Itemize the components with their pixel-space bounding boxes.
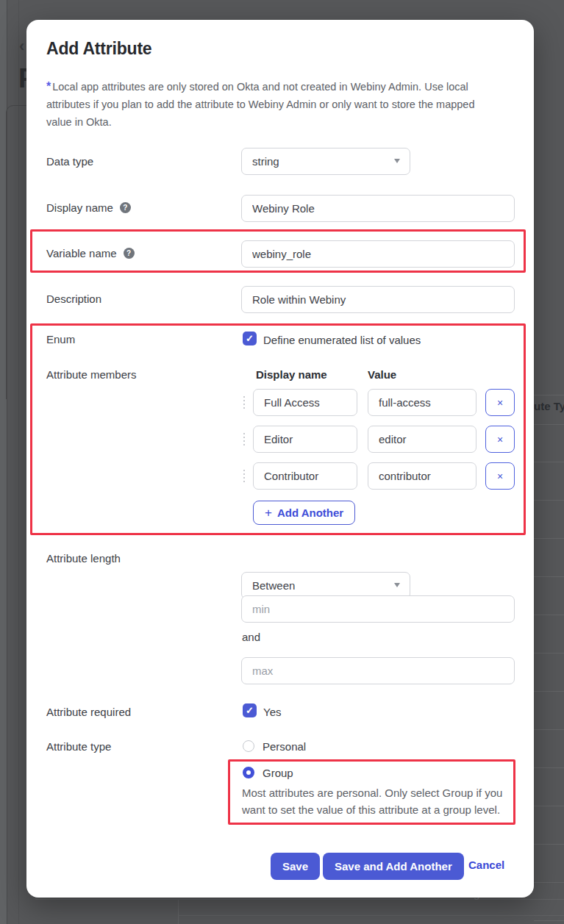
plus-icon: + (265, 506, 272, 520)
attribute-required-checkbox-label: Yes (263, 706, 281, 718)
member-value-input[interactable] (368, 426, 476, 453)
back-arrow-icon: ‹ (19, 37, 24, 56)
description-input[interactable] (241, 286, 515, 313)
add-another-member-button[interactable]: + Add Another (253, 501, 355, 525)
attribute-members-label: Attribute members (46, 368, 137, 381)
close-icon: × (497, 470, 503, 482)
note-text: Local app attributes are only stored on … (46, 81, 475, 128)
save-button[interactable]: Save (271, 853, 320, 880)
background-card-corner (6, 105, 28, 399)
add-attribute-dialog: Add Attribute *Local app attributes are … (26, 20, 534, 898)
background-column-line (178, 899, 179, 924)
background-column-header-partial: ute Typ (534, 400, 564, 412)
display-name-label: Display name ? (46, 201, 131, 214)
data-type-label: Data type (46, 155, 93, 168)
data-type-value: string (252, 155, 279, 168)
data-type-select[interactable]: string (241, 148, 410, 175)
max-length-input[interactable] (241, 657, 515, 684)
check-icon: ✓ (246, 333, 254, 344)
attribute-required-label: Attribute required (46, 706, 131, 718)
member-display-name-input[interactable] (253, 426, 357, 453)
attribute-type-label: Attribute type (46, 740, 111, 753)
member-value-input[interactable] (368, 462, 476, 490)
chevron-down-icon (394, 159, 400, 163)
enum-checkbox[interactable]: ✓ (243, 332, 257, 345)
group-radio[interactable] (243, 767, 254, 778)
enum-checkbox-label: Define enumerated list of values (263, 334, 421, 346)
asterisk-icon: * (46, 80, 51, 93)
remove-member-button[interactable]: × (485, 462, 515, 490)
chevron-down-icon (394, 583, 400, 587)
drag-handle[interactable] (243, 470, 245, 471)
group-radio-help-text: Most attributes are personal. Only selec… (242, 784, 523, 818)
close-icon: × (497, 397, 503, 409)
attribute-length-label: Attribute length (46, 552, 121, 565)
close-icon: × (497, 434, 503, 445)
background-table-strip: ute Typ (534, 0, 564, 924)
display-name-input[interactable] (241, 195, 515, 222)
background-row-line (35, 899, 564, 900)
help-icon[interactable]: ? (120, 202, 131, 213)
drag-handle[interactable] (243, 433, 245, 434)
group-radio-label: Group (263, 767, 293, 779)
members-column-value: Value (368, 368, 396, 381)
member-value-input[interactable] (368, 389, 476, 416)
save-and-add-another-button[interactable]: Save and Add Another (323, 853, 464, 880)
min-length-input[interactable] (241, 595, 515, 623)
dialog-title: Add Attribute (46, 39, 151, 59)
members-column-display-name: Display name (256, 368, 327, 381)
enum-label: Enum (46, 333, 75, 345)
cancel-button[interactable]: Cancel (468, 859, 504, 871)
remove-member-button[interactable]: × (485, 389, 515, 416)
personal-radio-label: Personal (263, 740, 306, 753)
remove-member-button[interactable]: × (485, 426, 515, 453)
help-icon[interactable]: ? (124, 248, 135, 259)
check-icon: ✓ (246, 705, 254, 716)
description-label: Description (46, 293, 101, 305)
drag-handle[interactable] (243, 396, 245, 398)
member-display-name-input[interactable] (253, 389, 357, 416)
variable-name-label: Variable name ? (46, 247, 135, 259)
local-attribute-note: *Local app attributes are only stored on… (46, 78, 501, 131)
length-separator-label: and (242, 631, 260, 643)
member-display-name-input[interactable] (253, 462, 357, 490)
variable-name-input[interactable] (241, 240, 515, 268)
attribute-required-checkbox[interactable]: ✓ (243, 703, 257, 717)
background-row-line (178, 915, 564, 916)
personal-radio[interactable] (243, 740, 254, 752)
attribute-length-value: Between (252, 579, 295, 592)
